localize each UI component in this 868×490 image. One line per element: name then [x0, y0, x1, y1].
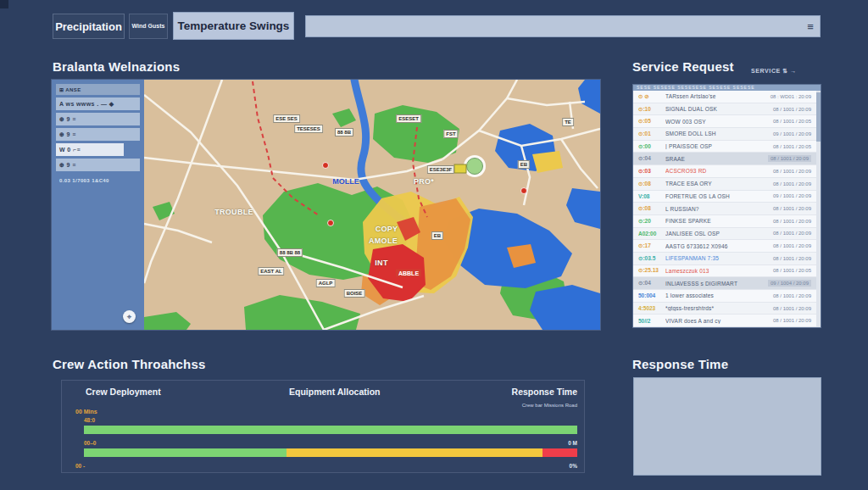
request-time: 08 / 1001 / 20:09 — [773, 219, 811, 224]
request-label: *gtgss-tresrshtrds* — [665, 305, 773, 311]
request-label: JANLISEE OSL OSP — [665, 231, 773, 237]
map-layer-row[interactable]: W 0 ⌐≡ — [56, 143, 124, 156]
map-label: ESESET — [396, 114, 421, 123]
request-label: 1 lower associates — [665, 292, 773, 298]
map-label: EAST AL — [258, 267, 284, 276]
bar-value: 0 M — [568, 440, 577, 448]
request-badge: A02:00 — [638, 231, 665, 237]
request-badge: ⊙ ⊘ — [638, 93, 665, 100]
request-badge: ⊙:01 — [638, 131, 665, 137]
map-layer-row[interactable]: ⊞ ANSE — [56, 84, 140, 95]
request-time: 09 / 1001 / 20:09 — [773, 193, 811, 198]
request-label: LIFESPANMAN 7:35 — [665, 255, 773, 261]
map-layer-row[interactable]: 0.03 1/7003 1&C40 — [56, 174, 140, 187]
request-time: 08 / 1001 / 20:09 — [773, 169, 811, 174]
map-label: INT — [375, 259, 387, 267]
service-request-row[interactable]: A02:00JANLISEE OSL OSP08 / 1001 / 20:09 — [633, 228, 816, 241]
bar-chart: 48:000–00 M00 -0% — [84, 417, 577, 471]
request-badge: V:08 — [638, 193, 665, 199]
service-sort-control[interactable]: SERVICE ⇅ → — [751, 68, 797, 75]
request-badge: ⊙:17 — [638, 242, 665, 249]
request-time: 08 / 1001 / 20:09 — [768, 155, 811, 162]
request-time: 08 / 1001 / 20:09 — [773, 318, 811, 323]
response-section-title: Response Time — [632, 357, 728, 371]
bar-track — [84, 426, 577, 434]
request-badge: ⊙:20 — [638, 218, 665, 225]
bar-label: 00–0 — [84, 440, 96, 448]
request-label: SRAAE — [665, 156, 768, 162]
service-request-row[interactable]: ⊙:08L RUSSIAN?08 / 1001 / 20:09 — [633, 203, 816, 215]
service-request-row[interactable]: ⊙:03.5LIFESPANMAN 7:3508 / 1001 / 20:09 — [633, 253, 816, 265]
map-layer-row[interactable]: A ws wwws . — ◆ — [56, 97, 140, 110]
service-request-row[interactable]: ⊙:08TRACE ESA ORY08 / 1001 / 20:09 — [633, 178, 816, 191]
response-time-panel — [634, 378, 821, 475]
hamburger-menu-icon[interactable]: ≡ — [801, 20, 820, 33]
chart-top-label: 00 Mins — [75, 409, 97, 415]
service-request-row[interactable]: ⊙:05WOW 003 OSY08 / 1001 / 20:05 — [633, 115, 816, 128]
request-label: Lameszczuk 013 — [665, 268, 773, 274]
tab-temperature-swings[interactable]: Temperature Swings — [174, 13, 293, 39]
column-header-response-time: Response Time — [512, 387, 577, 397]
map-label: ESE3E3F — [427, 165, 454, 174]
service-request-row[interactable]: ⊙:03ACSCRO93 RD08 / 1001 / 20:09 — [633, 165, 816, 178]
service-request-row[interactable]: V:08FORETRUE OS LA OSH09 / 1001 / 20:09 — [633, 191, 816, 203]
scrollbar-thumb[interactable] — [816, 92, 821, 142]
service-request-row[interactable]: ⊙:01SMORE DOLL LSH09 / 1001 / 20:09 — [633, 128, 816, 141]
bar-axis-row: 00 -0% — [84, 463, 577, 471]
scrollbar[interactable] — [816, 91, 821, 327]
map-label: TE — [562, 118, 574, 126]
service-request-row[interactable]: ⊙:20FINKSE SPARKE08 / 1001 / 20:09 — [633, 215, 816, 228]
request-label: VIVAR does A and cy — [665, 318, 773, 324]
map-label: COPY — [376, 225, 398, 233]
request-badge: ⊙:00 — [638, 143, 665, 150]
request-time: 08 / 1001 / 20:09 — [773, 293, 811, 298]
tab-wind-gusts[interactable]: Wind Gusts — [129, 14, 168, 39]
service-request-row[interactable]: 50//2VIVAR does A and cy08 / 1001 / 20:0… — [633, 315, 816, 327]
map-label: FST — [443, 130, 458, 138]
request-badge: ⊙:03 — [638, 168, 665, 175]
service-request-row[interactable]: ⊙:25.13Lameszczuk 01308 / 1001 / 20:05 — [633, 265, 816, 278]
map-label: 88 8B 88 — [277, 248, 303, 257]
map-label: ESE SES — [273, 114, 300, 123]
request-time: 08 : WD01 : 20:09 — [771, 94, 811, 99]
service-request-row[interactable]: ⊙:10SIGNAL DUAL OSK08 / 1001 / 20:09 — [633, 103, 816, 116]
service-request-row[interactable]: 50:0041 lower associates08 / 1001 / 20:0… — [633, 290, 816, 303]
map-panel: ⊞ ANSEA ws wwws . — ◆⊕ 9 ≡⊕ 9 ≡W 0 ⌐≡⊕ 9… — [52, 80, 600, 330]
service-request-row[interactable]: ⊙:00| PRAISSOE OSP08 / 1001 / 20:05 — [633, 141, 816, 153]
map-section-title: Bralanta Welnazions — [53, 59, 180, 74]
locate-button[interactable]: ⌖ — [123, 310, 136, 323]
request-time: 08 / 1001 / 20:05 — [773, 268, 811, 273]
service-request-row[interactable]: ⊙ ⊘TARssen Artslao'se08 : WD01 : 20:09 — [633, 91, 816, 103]
tab-precipitation[interactable]: Precipitation — [53, 14, 125, 39]
service-request-panel: SESE SESESE SESESESE SESESE SESESE ⊙ ⊘TA… — [633, 85, 821, 327]
bar-segment-red — [542, 448, 577, 457]
map-label: ABBLE — [396, 270, 421, 277]
service-request-row[interactable]: ⊙:04INLIAVESSS s DIGIRMART09 / 1004 / 20… — [633, 277, 816, 290]
map-label: BOISE — [344, 289, 365, 298]
request-time: 08 / 1001 / 20:09 — [773, 306, 811, 311]
map-label: 88 8B — [335, 128, 353, 136]
request-label: L RUSSIAN? — [665, 206, 773, 212]
request-label: FORETRUE OS LA OSH — [665, 193, 773, 199]
request-time: 08 / 1001 / 20:09 — [773, 181, 811, 187]
chart-subcaption: Crew bar Missions Road — [522, 403, 577, 408]
map-layer-row[interactable]: ⊕ 9 ≡ — [56, 128, 140, 141]
city-map[interactable]: ESE SESTESESES88 8BESESETTEFSTESE3E3FEBE… — [144, 80, 600, 330]
request-label: FINKSE SPARKE — [665, 218, 773, 224]
map-layer-row[interactable]: ⊕ 9 ≡ — [56, 113, 140, 125]
service-request-row[interactable]: ⊙:04SRAAE08 / 1001 / 20:09 — [633, 153, 816, 165]
map-label: PRO* — [414, 177, 434, 186]
request-time: 08 / 1001 / 20:09 — [773, 231, 811, 236]
bar-segment-green — [84, 426, 577, 434]
service-request-row[interactable]: ⊙:17AASTG 6733612 X094608 / 1001 / 20:09 — [633, 240, 816, 253]
request-label: WOW 003 OSY — [665, 119, 773, 125]
bar-label-row: 48:0 — [84, 417, 577, 425]
search-bar: ≡ — [305, 15, 821, 37]
map-layer-row[interactable]: ⊕ 9 ≡ — [56, 159, 140, 171]
map-label: EB — [431, 231, 443, 240]
request-label: ACSCRO93 RD — [665, 168, 773, 174]
service-request-row[interactable]: 4:5023*gtgss-tresrshtrds*08 / 1001 / 20:… — [633, 303, 816, 315]
request-time: 08 / 1001 / 20:09 — [773, 243, 811, 248]
search-input[interactable] — [306, 16, 801, 36]
request-badge: ⊙:05 — [638, 118, 665, 125]
